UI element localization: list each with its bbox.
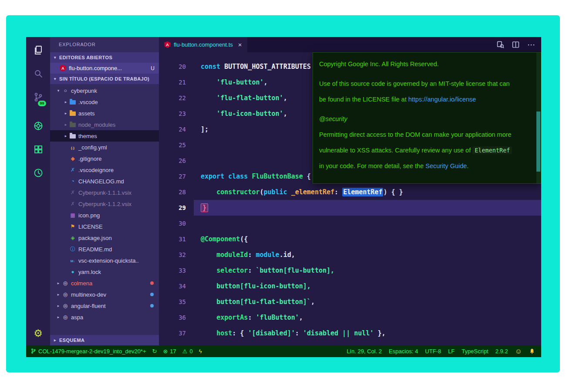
file-type-icon: ⚑: [69, 224, 77, 229]
tree-item[interactable]: ▸.vscode: [50, 96, 159, 108]
tree-item-label: cyberpunk: [71, 88, 97, 94]
tree-item[interactable]: ◈package.json: [50, 232, 159, 243]
tree-item-label: _config.yml: [78, 144, 107, 151]
code-line[interactable]: 30: [159, 216, 541, 231]
tree-item[interactable]: ⓘREADME.md: [50, 243, 159, 255]
statusbar-warnings[interactable]: ⚠0: [182, 348, 193, 355]
more-actions-icon[interactable]: ⋯: [527, 41, 535, 49]
open-editor-item[interactable]: A flu-button.compone... U: [50, 63, 159, 74]
workspace-label: SIN TÍTULO (ESPACIO DE TRABAJO): [59, 76, 149, 81]
tooltip-link[interactable]: Security Guide: [425, 162, 467, 169]
tab-flu-button-component[interactable]: A flu-button.component.ts ×: [159, 37, 247, 52]
file-tree: ▾○cyberpunk▸.vscode▸assets▸node_modules▸…: [50, 84, 159, 335]
tree-item[interactable]: ✗.vscodeignore: [50, 164, 159, 176]
code-line[interactable]: 31@Component({: [159, 231, 541, 247]
workspace-header[interactable]: ▾ SIN TÍTULO (ESPACIO DE TRABAJO): [50, 74, 159, 84]
code-line[interactable]: 32 moduleId: module.id,: [159, 247, 541, 263]
activity-debug-icon[interactable]: [32, 120, 45, 132]
error-icon: ⊗: [163, 348, 168, 354]
file-type-icon: [69, 99, 77, 105]
code-line[interactable]: 36 exportAs: 'fluButton',: [159, 310, 541, 325]
tree-item[interactable]: ▸◎angular-fluent: [50, 300, 159, 311]
line-number: 31: [159, 236, 194, 243]
activity-source-control-icon[interactable]: 99: [32, 91, 45, 103]
tree-item[interactable]: ◆.gitignore: [50, 153, 159, 164]
activity-items: 99: [32, 44, 45, 190]
open-editors-label: EDITORES ABIERTOS: [59, 55, 112, 60]
activity-explorer-icon[interactable]: [32, 44, 45, 56]
code-line[interactable]: 37 host: { '[disabled]': 'disabled || nu…: [159, 325, 541, 341]
code-text: @Component({: [194, 235, 248, 243]
code-line[interactable]: 34 button[flu-icon-button],: [159, 278, 541, 294]
tree-item-label: Cyberpunk-1.1.1.vsix: [78, 189, 131, 196]
tooltip-line: in your code. For more detail, see the S…: [319, 158, 535, 174]
line-number: 29: [159, 204, 194, 211]
activity-history-icon[interactable]: [32, 167, 45, 179]
tooltip-scrollbar[interactable]: [536, 112, 540, 172]
tree-item[interactable]: ▦icon.png: [50, 210, 159, 221]
statusbar-encoding[interactable]: UTF-8: [425, 348, 441, 355]
tree-item[interactable]: M↓vsc-extension-quicksta..: [50, 255, 159, 266]
file-type-icon: M↓: [69, 258, 77, 263]
code-line[interactable]: 28 constructor(public _elementRef: Eleme…: [159, 184, 541, 200]
tree-item[interactable]: ✗Cyberpunk-1.1.2.vsix: [50, 198, 159, 210]
line-number: 37: [159, 330, 194, 337]
tree-item[interactable]: ▸node_modules: [50, 119, 159, 130]
statusbar-cursor-position[interactable]: Lín. 29, Col. 2: [347, 348, 382, 355]
code-text: export class FluButtonBase {: [194, 172, 311, 180]
statusbar-lightning[interactable]: ϟ: [199, 348, 202, 354]
code-text: 'flu-flat-button',: [194, 94, 287, 102]
activity-search-icon[interactable]: [32, 68, 45, 80]
tree-item[interactable]: ▸assets: [50, 108, 159, 119]
tree-item[interactable]: ▾○cyberpunk: [50, 85, 159, 96]
close-icon[interactable]: ×: [238, 41, 242, 48]
statusbar-indentation[interactable]: Espacios: 4: [389, 348, 418, 355]
settings-gear-icon[interactable]: ⚙: [34, 328, 43, 339]
statusbar-sync-status[interactable]: ↻: [152, 348, 157, 354]
line-number: 20: [159, 63, 194, 70]
hover-tooltip: Copyright Google Inc. All Rights Reserve…: [313, 52, 541, 184]
chevron-down-icon: ▾: [53, 55, 57, 60]
code-text: }: [194, 204, 208, 212]
desktop-background: 99 ⚙ EXPLORADOR ▾ EDITORES ABIERTOS A fl…: [0, 0, 566, 392]
code-line[interactable]: 29}: [159, 200, 541, 216]
statusbar-notifications[interactable]: [529, 348, 535, 355]
tree-item[interactable]: ▸◎multinexo-dev: [50, 289, 159, 300]
statusbar-eol[interactable]: LF: [448, 348, 455, 355]
code-text: ];: [194, 125, 209, 133]
tree-item-label: icon.png: [78, 212, 100, 219]
activity-extensions-icon[interactable]: [32, 143, 45, 155]
tree-item[interactable]: {.}_config.yml: [50, 142, 159, 153]
statusbar-language-mode[interactable]: TypeScript: [462, 348, 488, 355]
tooltip-link[interactable]: https://angular.io/license: [408, 96, 476, 103]
file-type-icon: ✗: [69, 167, 77, 172]
tree-item[interactable]: ●yarn.lock: [50, 266, 159, 277]
tree-item-label: multinexo-dev: [71, 291, 106, 298]
open-changes-icon[interactable]: [497, 41, 504, 48]
tree-item[interactable]: ⚑LICENSE: [50, 221, 159, 232]
tree-item[interactable]: ▸themes: [50, 130, 159, 142]
tree-item[interactable]: ▸◎aspa: [50, 311, 159, 323]
tree-chevron-icon: ▸: [55, 281, 61, 285]
tree-item-label: themes: [78, 133, 97, 139]
code-line[interactable]: 35 button[flu-flat-button]`,: [159, 294, 541, 310]
tree-item-label: assets: [78, 110, 95, 117]
tree-item-label: .gitignore: [78, 155, 101, 162]
statusbar-ts-version[interactable]: 2.9.2: [495, 348, 508, 355]
tree-item[interactable]: ◔CHANGELOG.md: [50, 176, 159, 187]
statusbar-errors[interactable]: ⊗17: [163, 348, 176, 355]
statusbar-feedback[interactable]: ☺: [515, 348, 522, 355]
outline-header[interactable]: ▸ ESQUEMA: [50, 335, 159, 345]
code-line[interactable]: 33 selector: `button[flu-button],: [159, 263, 541, 278]
split-editor-icon[interactable]: [512, 41, 519, 48]
activity-bar: 99 ⚙: [26, 37, 50, 345]
file-type-icon: ✗: [69, 190, 77, 195]
file-type-icon: ◎: [61, 303, 69, 308]
code-text: host: { '[disabled]': 'disabled || null'…: [194, 329, 385, 337]
open-editors-header[interactable]: ▾ EDITORES ABIERTOS: [50, 52, 159, 63]
statusbar-branch-indicator[interactable]: COL-1479-mergear-2-dev19_into_dev20*+: [30, 348, 146, 355]
tree-item-label: .vscode: [78, 99, 98, 105]
tree-item[interactable]: ✗Cyberpunk-1.1.1.vsix: [50, 187, 159, 198]
tree-item[interactable]: ▸◎colmena: [50, 277, 159, 289]
statusbar-text: 0: [189, 348, 192, 355]
